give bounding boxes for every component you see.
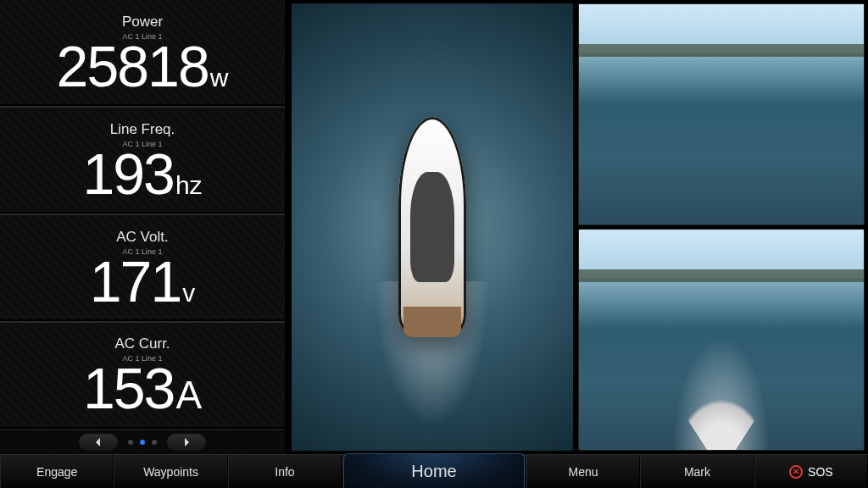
gauge-panel: Power AC 1 Line 1 25818 w Line Freq. AC …: [0, 0, 288, 454]
main-area: Power AC 1 Line 1 25818 w Line Freq. AC …: [0, 0, 868, 454]
boat-graphic: [398, 117, 466, 337]
pager-dot[interactable]: [128, 440, 133, 445]
gauge-title: AC Curr.: [114, 336, 170, 352]
sos-icon: ✕: [789, 465, 803, 479]
nav-mark-button[interactable]: Mark: [640, 455, 754, 488]
gauge-value: 25818: [57, 37, 209, 95]
center-camera-pane[interactable]: [288, 0, 576, 454]
pager-prev-button[interactable]: [79, 434, 118, 451]
gauge-line-freq[interactable]: Line Freq. AC 1 Line 1 193 hz: [0, 106, 285, 214]
gauge-unit: v: [182, 279, 195, 308]
gauge-ac-curr[interactable]: AC Curr. AC 1 Line 1 153 A: [0, 321, 285, 429]
nav-info-button[interactable]: Info: [228, 455, 342, 488]
nav-engage-button[interactable]: Engage: [0, 455, 114, 488]
gauge-value: 171: [90, 252, 181, 310]
pager-dot-active[interactable]: [140, 440, 145, 445]
nav-menu-button[interactable]: Menu: [526, 455, 640, 488]
gauge-unit: hz: [175, 171, 203, 200]
gauge-title: Line Freq.: [110, 121, 175, 138]
gauge-title: AC Volt.: [116, 229, 168, 246]
bottom-navbar: Engage Waypoints Info Home Menu Mark ✕ S…: [0, 454, 868, 488]
pager-dots: [128, 440, 157, 445]
nav-waypoints-button[interactable]: Waypoints: [114, 455, 227, 488]
pager-next-button[interactable]: [167, 434, 206, 451]
bow-camera-pane[interactable]: [578, 3, 865, 225]
gauge-pager: [0, 429, 285, 454]
gauge-unit: w: [210, 64, 229, 92]
gauge-title: Power: [122, 14, 163, 30]
gauge-unit: A: [175, 372, 202, 418]
chevron-right-icon: [182, 438, 191, 446]
right-camera-column: [576, 0, 868, 454]
nav-sos-label: SOS: [808, 465, 833, 479]
pager-dot[interactable]: [152, 440, 157, 445]
stern-camera-pane[interactable]: [578, 229, 865, 451]
gauge-ac-volt[interactable]: AC Volt. AC 1 Line 1 171 v: [0, 214, 285, 321]
gauge-value: 153: [83, 359, 174, 417]
gauge-power[interactable]: Power AC 1 Line 1 25818 w: [0, 0, 285, 106]
nav-sos-button[interactable]: ✕ SOS: [754, 455, 868, 488]
nav-home-button[interactable]: Home: [343, 453, 525, 488]
chevron-left-icon: [94, 438, 103, 446]
birdseye-camera: [292, 3, 573, 451]
gauge-value: 193: [82, 145, 173, 202]
